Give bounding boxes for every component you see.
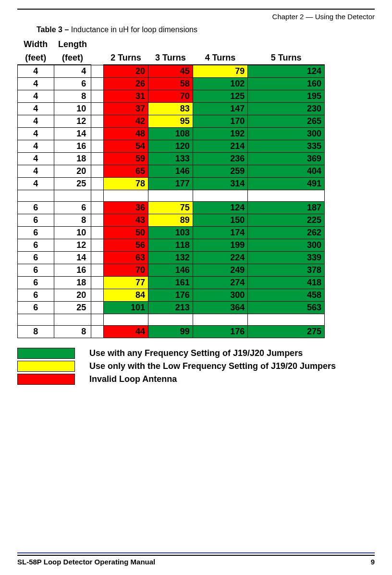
table-row bbox=[18, 314, 325, 326]
cell-width: 6 bbox=[18, 227, 54, 239]
cell-width: 4 bbox=[18, 103, 54, 115]
th-4turns: 4 Turns bbox=[193, 51, 247, 65]
cell-4turns: 274 bbox=[193, 277, 247, 289]
cell-4turns: 125 bbox=[193, 90, 247, 103]
legend-red-text: Invalid Loop Antenna bbox=[89, 374, 177, 384]
cell-4turns: 79 bbox=[193, 65, 247, 78]
caption-bold: Table 3 – bbox=[37, 25, 69, 34]
cell-length: 4 bbox=[54, 65, 91, 78]
cell-2turns: 44 bbox=[104, 326, 148, 338]
table-row: 4103783147230 bbox=[18, 103, 325, 115]
cell-width: 6 bbox=[18, 239, 54, 252]
cell-2turns: 77 bbox=[104, 277, 148, 289]
table-row: 42065146259404 bbox=[18, 165, 325, 178]
cell-2turns: 63 bbox=[104, 252, 148, 264]
table-row: 61877161274418 bbox=[18, 277, 325, 289]
cell-length: 18 bbox=[54, 277, 91, 289]
cell-width: 6 bbox=[18, 289, 54, 302]
cell-length: 14 bbox=[54, 128, 91, 140]
cell-length: 6 bbox=[54, 78, 91, 90]
cell-5turns: 187 bbox=[248, 202, 325, 214]
cell-5turns: 275 bbox=[248, 326, 325, 338]
table-row: 483170125195 bbox=[18, 90, 325, 103]
cell-2turns: 48 bbox=[104, 128, 148, 140]
cell-5turns: 458 bbox=[248, 289, 325, 302]
cell-3turns: 95 bbox=[148, 115, 193, 128]
cell-4turns: 259 bbox=[193, 165, 247, 178]
cell-3turns: 108 bbox=[148, 128, 193, 140]
cell-5turns: 265 bbox=[248, 115, 325, 128]
cell-2turns: 37 bbox=[104, 103, 148, 115]
cell-length: 12 bbox=[54, 115, 91, 128]
cell-3turns: 45 bbox=[148, 65, 193, 78]
cell-3turns: 118 bbox=[148, 239, 193, 252]
cell-3turns: 99 bbox=[148, 326, 193, 338]
table-row: 462658102160 bbox=[18, 78, 325, 90]
legend-green-text: Use with any Frequency Setting of J19/J2… bbox=[89, 348, 303, 358]
cell-width: 4 bbox=[18, 128, 54, 140]
cell-2turns: 59 bbox=[104, 153, 148, 165]
cell-4turns: 150 bbox=[193, 214, 247, 227]
cell-4turns: 364 bbox=[193, 302, 247, 314]
cell-width: 4 bbox=[18, 65, 54, 78]
legend-row-green: Use with any Frequency Setting of J19/J2… bbox=[17, 347, 375, 360]
cell-length: 14 bbox=[54, 252, 91, 264]
cell-3turns: 75 bbox=[148, 202, 193, 214]
cell-length: 8 bbox=[54, 90, 91, 103]
table-row: 884499176275 bbox=[18, 326, 325, 338]
cell-2turns: 20 bbox=[104, 65, 148, 78]
cell-2turns: 36 bbox=[104, 202, 148, 214]
cell-5turns: 339 bbox=[248, 252, 325, 264]
cell-5turns: 300 bbox=[248, 128, 325, 140]
table-row: 61050103174262 bbox=[18, 227, 325, 239]
cell-width: 4 bbox=[18, 140, 54, 153]
cell-2turns: 54 bbox=[104, 140, 148, 153]
cell-length: 8 bbox=[54, 214, 91, 227]
th-width-1: Width bbox=[18, 38, 54, 51]
cell-4turns: 174 bbox=[193, 227, 247, 239]
cell-5turns: 262 bbox=[248, 227, 325, 239]
cell-5turns: 160 bbox=[248, 78, 325, 90]
cell-4turns: 236 bbox=[193, 153, 247, 165]
cell-width: 4 bbox=[18, 153, 54, 165]
cell-width: 4 bbox=[18, 115, 54, 128]
cell-3turns: 132 bbox=[148, 252, 193, 264]
cell-5turns: 378 bbox=[248, 264, 325, 277]
table-caption: Table 3 – Inductance in uH for loop dime… bbox=[37, 25, 375, 38]
cell-2turns: 84 bbox=[104, 289, 148, 302]
swatch-red bbox=[17, 374, 75, 385]
cell-5turns: 563 bbox=[248, 302, 325, 314]
cell-4turns: 176 bbox=[193, 326, 247, 338]
cell-width: 4 bbox=[18, 78, 54, 90]
swatch-yellow bbox=[17, 361, 75, 372]
cell-4turns: 147 bbox=[193, 103, 247, 115]
cell-width: 6 bbox=[18, 214, 54, 227]
cell-width: 6 bbox=[18, 252, 54, 264]
cell-3turns: 120 bbox=[148, 140, 193, 153]
cell-5turns: 230 bbox=[248, 103, 325, 115]
cell-length: 18 bbox=[54, 153, 91, 165]
th-3turns: 3 Turns bbox=[148, 51, 193, 65]
swatch-green bbox=[17, 348, 75, 359]
cell-2turns: 56 bbox=[104, 239, 148, 252]
cell-2turns: 26 bbox=[104, 78, 148, 90]
cell-3turns: 103 bbox=[148, 227, 193, 239]
cell-4turns: 214 bbox=[193, 140, 247, 153]
cell-3turns: 83 bbox=[148, 103, 193, 115]
cell-width: 6 bbox=[18, 302, 54, 314]
cell-4turns: 192 bbox=[193, 128, 247, 140]
cell-3turns: 213 bbox=[148, 302, 193, 314]
cell-length: 6 bbox=[54, 202, 91, 214]
cell-5turns: 369 bbox=[248, 153, 325, 165]
cell-3turns: 161 bbox=[148, 277, 193, 289]
cell-length: 16 bbox=[54, 140, 91, 153]
th-5turns: 5 Turns bbox=[248, 51, 325, 65]
cell-2turns: 70 bbox=[104, 264, 148, 277]
cell-4turns: 224 bbox=[193, 252, 247, 264]
table-row: 4124295170265 bbox=[18, 115, 325, 128]
cell-length: 20 bbox=[54, 165, 91, 178]
cell-5turns: 225 bbox=[248, 214, 325, 227]
table-row: 62084176300458 bbox=[18, 289, 325, 302]
cell-4turns: 102 bbox=[193, 78, 247, 90]
cell-width: 4 bbox=[18, 178, 54, 190]
